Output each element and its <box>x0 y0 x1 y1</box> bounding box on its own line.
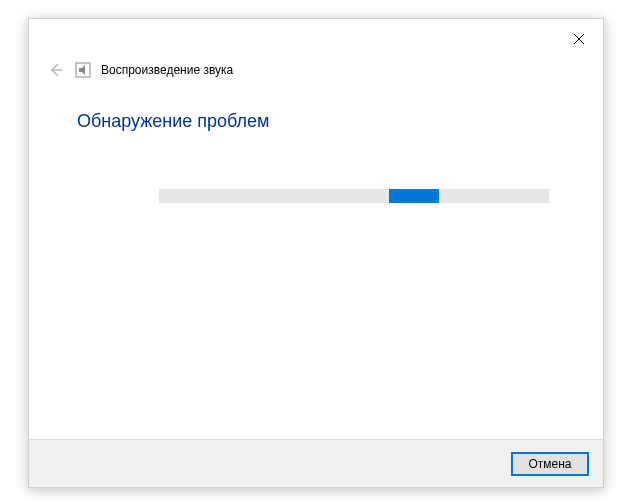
progress-segment <box>389 189 439 203</box>
header: Воспроизведение звука <box>47 61 233 79</box>
cancel-button[interactable]: Отмена <box>511 452 589 476</box>
header-title: Воспроизведение звука <box>101 63 233 77</box>
sound-icon <box>75 62 91 78</box>
page-heading: Обнаружение проблем <box>77 111 270 132</box>
troubleshooter-dialog: Воспроизведение звука Обнаружение пробле… <box>28 18 604 488</box>
close-icon <box>574 34 584 44</box>
svg-rect-4 <box>79 68 82 72</box>
back-arrow-icon <box>48 62 64 78</box>
back-button[interactable] <box>47 61 65 79</box>
close-button[interactable] <box>563 25 595 53</box>
footer: Отмена <box>29 439 603 487</box>
progress-bar <box>159 189 549 203</box>
